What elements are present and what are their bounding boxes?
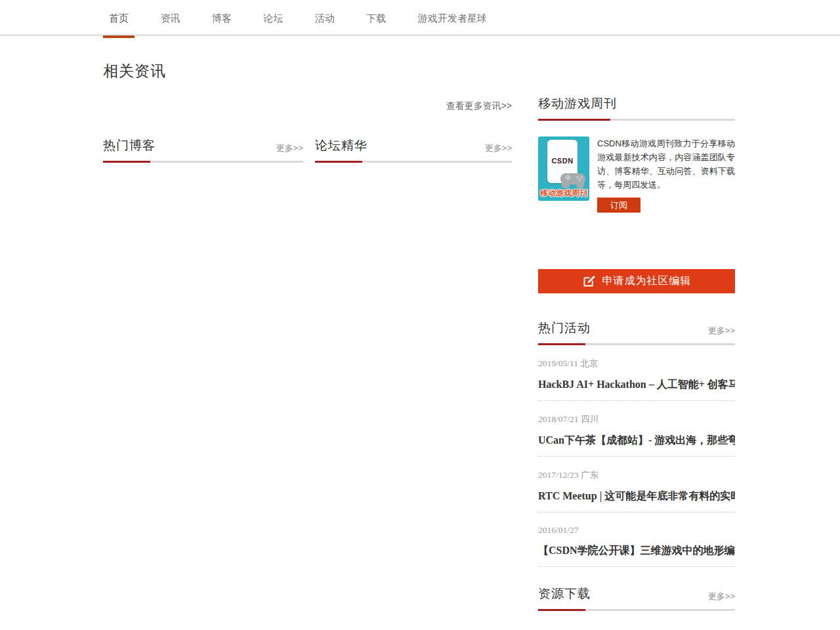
weekly-title: 移动游戏周刊 [538,95,617,112]
page-body: 相关资讯 查看更多资讯>> 热门博客 更多>> 论坛精华 更多>> [103,36,735,611]
apply-editor-button[interactable]: 申请成为社区编辑 [538,269,735,293]
event-date: 2018/07/21 四川 [538,413,735,425]
event-list-item[interactable]: 2019/05/11 北京 HackBJ AI+ Hackathon – 人工智… [538,345,735,401]
forum-digest-section: 论坛精华 更多>> [315,137,512,163]
nav-item-forum[interactable]: 论坛 [257,0,289,36]
csdn-weekly-badge-image[interactable]: CSDN 移动游戏周刊 [538,136,589,201]
edit-pencil-icon [582,274,596,288]
section-underline [538,609,735,611]
weekly-section-header: 移动游戏周刊 [538,95,735,112]
nav-item-events[interactable]: 活动 [309,0,341,36]
weekly-box: CSDN 移动游戏周刊 CSDN移动游戏周刊致力于分享移动游 [538,136,735,213]
section-underline [538,119,735,121]
event-date: 2017/12/23 广东 [538,469,735,481]
nav-item-gamedev-planet[interactable]: 游戏开发者星球 [412,0,493,36]
events-section-header: 热门活动 更多>> [538,320,735,337]
top-navigation: 首页 资讯 博客 论坛 活动 下载 游戏开发者星球 [0,0,840,36]
event-list: 2019/05/11 北京 HackBJ AI+ Hackathon – 人工智… [538,345,735,567]
hot-blogs-title: 热门博客 [103,137,156,154]
nav-item-news[interactable]: 资讯 [154,0,186,36]
section-underline [103,161,303,163]
weekly-description: CSDN移动游戏周刊致力于分享移动游戏最新技术内容，内容涵盖团队专访、博客精华、… [597,136,735,192]
main-column: 相关资讯 查看更多资讯>> 热门博客 更多>> 论坛精华 更多>> [103,36,512,611]
badge-caption-text: 移动游戏周刊 [538,188,589,199]
apply-editor-label: 申请成为社区编辑 [602,274,692,288]
downloads-section-header: 资源下载 更多>> [538,585,735,602]
event-title-link[interactable]: HackBJ AI+ Hackathon – 人工智能+ 创客马拉… [538,378,735,392]
subscribe-button[interactable]: 订阅 [597,198,640,213]
nav-item-blog[interactable]: 博客 [206,0,238,36]
event-title-link[interactable]: UCan下午茶【成都站】- 游戏出海，那些弯和… [538,434,735,448]
hot-blogs-more-link[interactable]: 更多>> [276,142,303,154]
event-list-item[interactable]: 2016/01/27 【CSDN学院公开课】三维游戏中的地形编辑… [538,513,735,567]
forum-digest-more-link[interactable]: 更多>> [485,142,512,154]
view-more-news-link[interactable]: 查看更多资讯>> [446,100,512,111]
csdn-logo-text: CSDN [547,157,578,165]
downloads-title: 资源下载 [538,585,591,602]
hot-blogs-section: 热门博客 更多>> [103,137,303,163]
page-title: 相关资讯 [103,61,512,81]
event-date: 2016/01/27 [538,525,735,536]
section-underline [315,161,512,163]
event-title-link[interactable]: 【CSDN学院公开课】三维游戏中的地形编辑… [538,544,735,558]
forum-digest-title: 论坛精华 [315,137,368,154]
nav-item-download[interactable]: 下载 [360,0,392,36]
event-title-link[interactable]: RTC Meetup | 这可能是年底非常有料的实时音… [538,490,735,503]
view-more-row: 查看更多资讯>> [103,100,512,112]
event-list-item[interactable]: 2018/07/21 四川 UCan下午茶【成都站】- 游戏出海，那些弯和… [538,401,735,457]
event-list-item[interactable]: 2017/12/23 广东 RTC Meetup | 这可能是年底非常有料的实时… [538,457,735,513]
main-subcolumns: 热门博客 更多>> 论坛精华 更多>> [103,137,512,163]
events-title: 热门活动 [538,320,591,337]
downloads-more-link[interactable]: 更多>> [708,591,735,602]
sidebar: 移动游戏周刊 CSDN [538,36,735,611]
event-date: 2019/05/11 北京 [538,358,735,369]
weekly-text-column: CSDN移动游戏周刊致力于分享移动游戏最新技术内容，内容涵盖团队专访、博客精华、… [597,136,735,213]
nav-item-home[interactable]: 首页 [103,0,135,36]
events-more-link[interactable]: 更多>> [708,325,735,337]
